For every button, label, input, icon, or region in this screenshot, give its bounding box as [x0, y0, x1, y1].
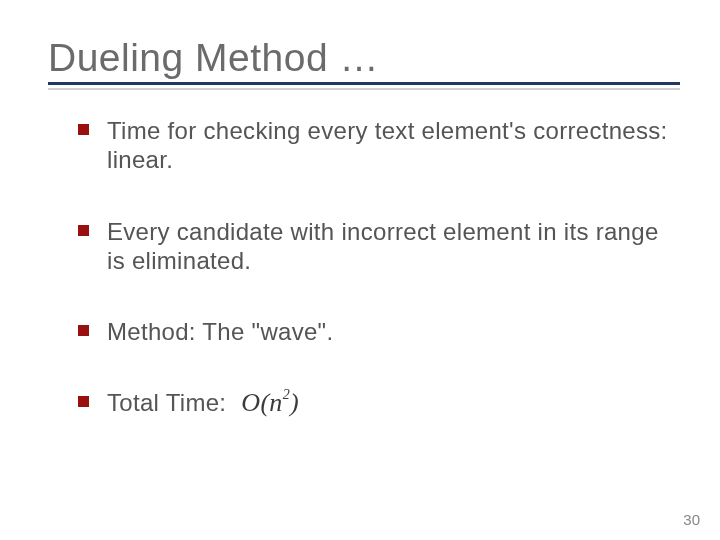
bullet-label: Total Time: — [107, 389, 226, 416]
bullet-text: Method: The "wave". — [107, 317, 333, 346]
bullet-text: Every candidate with incorrect element i… — [107, 217, 672, 276]
bullet-text: Total Time: O(n2) — [107, 388, 299, 421]
title-underline — [48, 82, 680, 90]
rule-light — [48, 88, 680, 90]
bullet-item: Total Time: O(n2) — [78, 388, 672, 421]
page-number: 30 — [683, 511, 700, 528]
square-bullet-icon — [78, 124, 89, 135]
bullet-text: Time for checking every text element's c… — [107, 116, 672, 175]
square-bullet-icon — [78, 225, 89, 236]
rule-dark — [48, 82, 680, 85]
square-bullet-icon — [78, 325, 89, 336]
formula: O(n2) — [241, 387, 299, 419]
bullet-item: Method: The "wave". — [78, 317, 672, 346]
bullet-item: Time for checking every text element's c… — [78, 116, 672, 175]
slide-title: Dueling Method … — [48, 36, 680, 80]
bullet-list: Time for checking every text element's c… — [48, 116, 680, 421]
bullet-item: Every candidate with incorrect element i… — [78, 217, 672, 276]
slide: Dueling Method … Time for checking every… — [0, 0, 720, 540]
square-bullet-icon — [78, 396, 89, 407]
